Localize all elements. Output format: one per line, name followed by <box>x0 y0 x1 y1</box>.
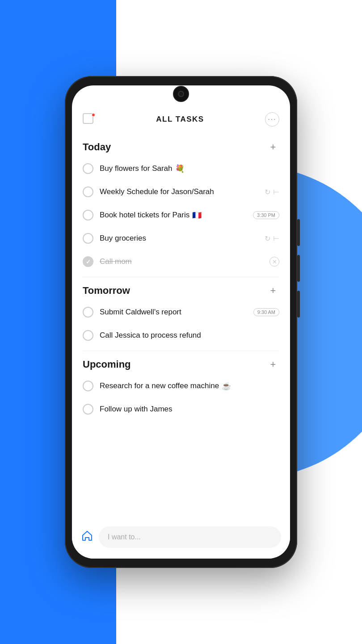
task-checkbox[interactable] <box>83 163 93 174</box>
repeat-icon: ↻ <box>265 188 270 196</box>
task-item[interactable]: Buy flowers for Sarah 💐 <box>83 157 279 180</box>
repeat-icon: ↻ <box>265 234 270 243</box>
more-dots-icon: ··· <box>268 115 276 123</box>
camera <box>173 86 189 102</box>
side-button-1 <box>297 219 300 246</box>
task-time-badge: 9:30 AM <box>253 308 279 316</box>
task-item[interactable]: Call mom ✕ <box>83 250 279 273</box>
task-item[interactable]: Weekly Schedule for Jason/Sarah ↻ ⊢ <box>83 180 279 203</box>
task-label: Buy flowers for Sarah 💐 <box>100 164 279 174</box>
today-title: Today <box>83 141 111 153</box>
tomorrow-section-header: Tomorrow + <box>83 277 279 301</box>
today-section-header: Today + <box>83 134 279 157</box>
task-checkbox[interactable] <box>83 381 93 391</box>
task-emoji: 💐 <box>175 164 185 174</box>
tomorrow-title: Tomorrow <box>83 285 130 297</box>
task-emoji: ☕ <box>222 381 231 391</box>
task-label: Weekly Schedule for Jason/Sarah <box>100 187 258 196</box>
task-item[interactable]: Research for a new coffee machine ☕ <box>83 374 279 398</box>
side-button-2 <box>297 255 300 282</box>
add-upcoming-button[interactable]: + <box>267 358 279 371</box>
add-today-button[interactable]: + <box>267 141 279 153</box>
task-label: Follow up with James <box>100 405 279 414</box>
today-section: Today + Buy flowers for Sarah 💐 Weekly S… <box>72 134 290 273</box>
tomorrow-section: Tomorrow + Submit Caldwell's report 9:30… <box>72 277 290 347</box>
side-button-3 <box>297 291 300 318</box>
upcoming-title: Upcoming <box>83 359 131 370</box>
input-placeholder: I want to... <box>108 533 141 541</box>
subtask-icon: ⊢ <box>273 234 279 243</box>
upcoming-section-header: Upcoming + <box>83 351 279 374</box>
task-label-done: Call mom <box>100 257 263 266</box>
app-content: ALL TASKS ··· Today + Buy flowers for Sa… <box>72 85 290 559</box>
task-icons: ↻ ⊢ <box>265 188 279 196</box>
notification-dot <box>92 113 95 117</box>
home-icon[interactable] <box>81 530 93 545</box>
task-label: Research for a new coffee machine ☕ <box>100 381 279 391</box>
task-label: Call Jessica to process refund <box>100 331 279 340</box>
task-label: Book hotel tickets for Paris 🇫🇷 <box>100 211 247 220</box>
bottom-bar: I want to... <box>72 521 290 559</box>
camera-lens <box>178 91 184 97</box>
task-item[interactable]: Call Jessica to process refund <box>83 324 279 347</box>
task-checkbox[interactable] <box>83 210 93 220</box>
upcoming-section: Upcoming + Research for a new coffee mac… <box>72 351 290 421</box>
task-checkbox[interactable] <box>83 186 93 197</box>
add-tomorrow-button[interactable]: + <box>267 284 279 297</box>
task-item[interactable]: Book hotel tickets for Paris 🇫🇷 3:30 PM <box>83 203 279 227</box>
header-checkbox[interactable] <box>83 113 95 126</box>
task-checkbox[interactable] <box>83 307 93 318</box>
task-emoji: 🇫🇷 <box>192 211 202 220</box>
subtask-icon: ⊢ <box>273 188 279 196</box>
task-checkbox-checked[interactable] <box>83 256 93 267</box>
task-checkbox[interactable] <box>83 404 93 415</box>
more-options-button[interactable]: ··· <box>265 112 279 127</box>
task-label: Submit Caldwell's report <box>100 308 247 317</box>
task-item[interactable]: Buy groceries ↻ ⊢ <box>83 227 279 250</box>
task-time-badge: 3:30 PM <box>253 211 279 219</box>
task-item[interactable]: Submit Caldwell's report 9:30 AM <box>83 301 279 324</box>
screen: ALL TASKS ··· Today + Buy flowers for Sa… <box>72 85 290 559</box>
task-label: Buy groceries <box>100 234 258 243</box>
page-title: ALL TASKS <box>156 115 204 124</box>
task-delete-button[interactable]: ✕ <box>269 257 279 267</box>
task-item[interactable]: Follow up with James <box>83 398 279 421</box>
task-input-bar[interactable]: I want to... <box>99 526 281 548</box>
phone-frame: ALL TASKS ··· Today + Buy flowers for Sa… <box>65 76 297 568</box>
task-icons: ↻ ⊢ <box>265 234 279 243</box>
task-checkbox[interactable] <box>83 233 93 244</box>
task-checkbox[interactable] <box>83 330 93 341</box>
